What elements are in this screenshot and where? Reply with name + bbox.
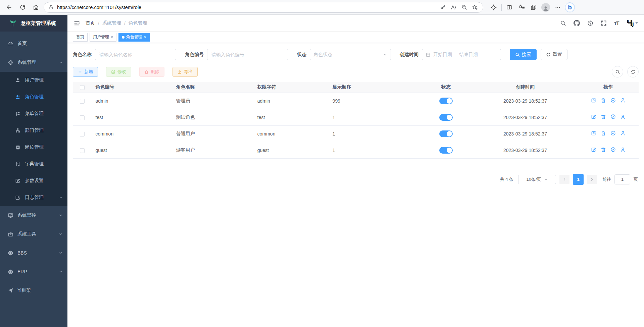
search-button[interactable]: 搜索 bbox=[510, 49, 537, 60]
goto-page-input[interactable] bbox=[614, 174, 630, 184]
help-icon[interactable] bbox=[587, 20, 593, 26]
sidebar-item-department-management[interactable]: 部门管理 bbox=[0, 122, 67, 139]
table-row[interactable]: test 测试角色 test 1 2023-03-29 18:52:37 bbox=[73, 109, 639, 125]
page-size-select[interactable]: 10条/页 bbox=[518, 175, 556, 184]
sidebar-item-system-tools[interactable]: 系统工具 bbox=[0, 225, 67, 243]
url-text[interactable]: https://ccnetcore.com:1101/system/role bbox=[57, 5, 435, 10]
edit-button[interactable]: 修改 bbox=[106, 67, 131, 77]
next-page-button[interactable] bbox=[587, 175, 597, 184]
sidebar-item-user-management[interactable]: 用户管理 bbox=[0, 72, 67, 89]
breadcrumb-home[interactable]: 首页 bbox=[86, 20, 95, 26]
browser-menu-icon[interactable] bbox=[552, 2, 563, 13]
row-checkbox[interactable] bbox=[80, 115, 85, 120]
url-bar[interactable]: https://ccnetcore.com:1101/system/role bbox=[44, 2, 483, 13]
tab-role-management[interactable]: 角色管理 × bbox=[118, 33, 150, 42]
row-edit-icon[interactable] bbox=[591, 130, 596, 136]
browser-refresh-button[interactable] bbox=[17, 2, 28, 13]
date-range-picker[interactable]: 开始日期 - 结束日期 bbox=[422, 49, 501, 60]
table-row[interactable]: admin 管理员 admin 999 2023-03-29 18:52:37 bbox=[73, 93, 639, 109]
row-assign-user-icon[interactable] bbox=[620, 147, 626, 152]
prev-page-button[interactable] bbox=[559, 175, 569, 184]
sidebar-fold-icon[interactable] bbox=[73, 20, 80, 26]
browser-home-button[interactable] bbox=[30, 2, 42, 13]
page-number-button[interactable]: 1 bbox=[573, 174, 584, 185]
row-assign-user-icon[interactable] bbox=[620, 114, 626, 119]
user-avatar-logo[interactable]: Чj bbox=[626, 19, 638, 27]
sidebar-item-system-management[interactable]: 系统管理 bbox=[0, 53, 67, 72]
role-name-input[interactable] bbox=[95, 49, 176, 60]
row-delete-icon[interactable] bbox=[601, 114, 606, 119]
status-toggle[interactable] bbox=[439, 130, 453, 137]
show-search-toggle-button[interactable] bbox=[612, 66, 623, 77]
date-start-placeholder[interactable]: 开始日期 bbox=[433, 52, 452, 58]
sidebar-item-home[interactable]: 首页 bbox=[0, 34, 67, 53]
browser-profile-avatar[interactable] bbox=[540, 2, 551, 13]
header-search-icon[interactable] bbox=[560, 20, 566, 26]
column-header-perm[interactable]: 权限字符 bbox=[253, 82, 329, 93]
row-checkbox[interactable] bbox=[80, 99, 85, 104]
sidebar-item-role-management[interactable]: 角色管理 bbox=[0, 89, 67, 105]
fullscreen-icon[interactable] bbox=[601, 20, 607, 26]
sidebar-item-parameter-settings[interactable]: 参数设置 bbox=[0, 172, 67, 189]
sidebar-item-log-management[interactable]: 日志管理 bbox=[0, 189, 67, 206]
column-header-status[interactable]: 状态 bbox=[419, 82, 473, 93]
sidebar-item-yi-framework[interactable]: Yi框架 bbox=[0, 281, 67, 300]
row-data-scope-icon[interactable] bbox=[610, 98, 616, 103]
browser-back-button[interactable] bbox=[3, 2, 15, 13]
status-toggle[interactable] bbox=[439, 98, 453, 104]
collections-icon[interactable] bbox=[528, 2, 539, 13]
column-header-order[interactable]: 显示顺序 bbox=[329, 82, 419, 93]
row-assign-user-icon[interactable] bbox=[620, 130, 626, 136]
row-delete-icon[interactable] bbox=[601, 98, 606, 103]
row-data-scope-icon[interactable] bbox=[610, 147, 616, 152]
row-edit-icon[interactable] bbox=[591, 147, 596, 152]
add-favorite-icon[interactable] bbox=[470, 3, 480, 12]
row-checkbox[interactable] bbox=[80, 132, 85, 137]
column-header-created[interactable]: 创建时间 bbox=[473, 82, 578, 93]
github-icon[interactable] bbox=[574, 20, 580, 26]
add-button[interactable]: 新增 bbox=[73, 67, 98, 77]
close-icon[interactable]: × bbox=[144, 35, 146, 39]
status-toggle[interactable] bbox=[439, 147, 453, 154]
table-row[interactable]: guest 游客用户 guest 1 2023-03-29 18:52:37 bbox=[73, 142, 639, 158]
row-checkbox[interactable] bbox=[80, 148, 85, 153]
delete-button[interactable]: 删除 bbox=[139, 67, 164, 77]
status-select[interactable]: 角色状态 bbox=[310, 49, 391, 60]
split-screen-icon[interactable] bbox=[504, 2, 515, 13]
role-code-input[interactable] bbox=[207, 49, 288, 60]
favorites-bar-icon[interactable] bbox=[516, 2, 527, 13]
select-all-checkbox[interactable] bbox=[80, 85, 85, 90]
bing-chat-icon[interactable]: b bbox=[564, 2, 576, 13]
sidebar-item-erp[interactable]: ERP bbox=[0, 262, 67, 281]
sidebar-item-dict-management[interactable]: 字典管理 bbox=[0, 156, 67, 172]
row-edit-icon[interactable] bbox=[591, 114, 596, 119]
row-data-scope-icon[interactable] bbox=[610, 114, 616, 119]
date-end-placeholder[interactable]: 结束日期 bbox=[459, 52, 478, 58]
reset-button[interactable]: 重置 bbox=[541, 49, 567, 60]
tab-user-management[interactable]: 用户管理 × bbox=[90, 33, 116, 42]
tab-home[interactable]: 首页 bbox=[73, 33, 88, 42]
column-header-name[interactable]: 角色名称 bbox=[172, 82, 253, 93]
sidebar-item-system-monitor[interactable]: 系统监控 bbox=[0, 206, 67, 225]
sidebar-item-bbs[interactable]: BBS bbox=[0, 243, 67, 262]
export-button[interactable]: 导出 bbox=[172, 67, 198, 77]
row-edit-icon[interactable] bbox=[591, 98, 596, 103]
row-delete-icon[interactable] bbox=[601, 130, 606, 136]
row-delete-icon[interactable] bbox=[601, 147, 606, 152]
row-data-scope-icon[interactable] bbox=[610, 130, 616, 136]
sidebar-item-menu-management[interactable]: 菜单管理 bbox=[0, 105, 67, 122]
zoom-out-icon[interactable] bbox=[459, 3, 469, 12]
row-assign-user-icon[interactable] bbox=[620, 98, 626, 103]
browser-essentials-icon[interactable] bbox=[488, 2, 499, 13]
sidebar-item-post-management[interactable]: 岗位管理 bbox=[0, 139, 67, 156]
font-size-icon[interactable]: тT bbox=[614, 20, 619, 26]
column-header-actions[interactable]: 操作 bbox=[578, 82, 639, 93]
close-icon[interactable]: × bbox=[111, 35, 113, 39]
read-aloud-icon[interactable] bbox=[449, 3, 458, 12]
lock-icon[interactable] bbox=[49, 5, 54, 10]
table-row[interactable]: common 普通用户 common 1 2023-03-29 18:52:37 bbox=[73, 125, 639, 142]
refresh-table-button[interactable] bbox=[627, 66, 639, 77]
password-key-icon[interactable] bbox=[438, 3, 447, 12]
status-toggle[interactable] bbox=[439, 114, 453, 121]
column-header-code[interactable]: 角色编号 bbox=[91, 82, 172, 93]
